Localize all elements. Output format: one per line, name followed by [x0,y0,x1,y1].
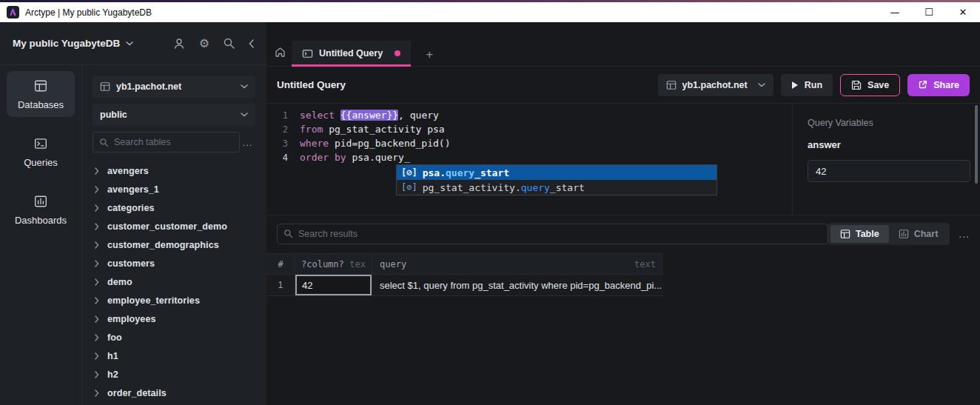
chevron-right-icon [95,278,99,286]
tables-more-button[interactable]: ... [240,137,255,148]
table-list-item[interactable]: customers [93,254,255,272]
row-index[interactable]: 1 [266,275,295,295]
home-icon [275,47,286,61]
user-icon[interactable] [172,37,186,50]
workspace-name[interactable]: My public YugabyteDB [13,38,120,49]
view-toggle: Table Chart [828,223,950,245]
databases-icon [34,79,47,93]
chevron-right-icon [95,186,99,193]
autocomplete-popup: [⊘] psa.query_start [⊘] pg_stat_activity… [396,164,717,195]
results-more-button[interactable]: ... [959,228,970,240]
gear-icon[interactable]: ⚙ [199,38,209,50]
search-tables-input[interactable] [114,137,233,147]
line-number: 2 [266,124,288,135]
query-variables-panel: Query Variables answer [792,104,980,215]
chevron-down-icon [241,84,248,89]
line-number: 1 [266,110,288,121]
code-line: 3 where pid=pg_backend_pid() [266,136,792,150]
table-list-item[interactable]: employees [93,309,255,328]
variable-value-input[interactable] [808,160,970,182]
search-icon [99,138,109,147]
database-icon [100,81,110,92]
cell-selected[interactable]: 42 [295,275,372,295]
chevron-down-icon[interactable] [126,41,133,46]
close-button[interactable]: ✕ [946,2,980,22]
table-list-item[interactable]: employee_territories [93,291,255,309]
chevron-down-icon [758,83,765,87]
share-button[interactable]: Share [907,74,970,96]
variable-name: answer [808,139,965,150]
unsaved-dot-icon [395,50,400,56]
table-list-item[interactable]: foo [93,328,255,347]
chevron-right-icon [95,334,99,341]
code-line-active: 4 order by psa.query_ [266,150,792,164]
grid-header-row: # ?column? tex query text [266,253,663,275]
play-icon [791,81,799,90]
scrollbar-thumb[interactable] [975,105,978,184]
table-row: 1 42 select $1, query from pg_stat_activ… [266,275,663,296]
home-tab[interactable] [268,41,292,66]
save-icon [851,80,862,90]
table-list-item[interactable]: h2 [93,365,255,384]
code-line: 1 select {{answer}} , query [266,108,792,122]
minimize-button[interactable]: — [878,2,912,22]
column-header-column1[interactable]: ?column? tex [295,254,372,274]
column-header-index[interactable]: # [266,254,295,274]
table-list-item[interactable]: avengers [93,161,255,180]
column-type: text [634,259,656,270]
collapse-sidebar-icon[interactable] [249,39,254,48]
sql-editor[interactable]: 1 select {{answer}} , query 2 from pg_st… [266,104,792,215]
chevron-right-icon [95,352,99,360]
sidebar: My public YugabyteDB ⚙ [0,22,266,405]
table-list-item[interactable]: customer_demographics [93,235,255,254]
sidebar-item-queries[interactable]: Queries [7,129,75,175]
schema-select[interactable]: public [93,104,255,126]
column-header-query[interactable]: query text [372,254,663,274]
share-icon [918,80,927,90]
table-list-item[interactable]: demo [93,272,255,291]
table-list-item[interactable]: avengers_1 [93,180,255,198]
table-panel: yb1.pachot.net public ... [81,65,266,405]
line-number: 4 [266,153,288,163]
table-list-item[interactable]: categories [93,198,255,217]
chevron-right-icon [95,241,99,249]
chevron-down-icon [241,113,248,117]
field-icon: [⊘] [401,182,417,193]
run-button[interactable]: Run [781,74,833,96]
chart-view-button[interactable]: Chart [889,225,948,243]
tab-untitled-query[interactable]: Untitled Query [292,41,411,66]
results-toolbar: Table Chart ... [266,215,980,252]
query-connection-select[interactable]: yb1.pachot.net [658,74,773,96]
autocomplete-item[interactable]: [⊘] pg_stat_activity.query_start [397,180,716,195]
maximize-button[interactable]: ☐ [912,2,946,22]
search-icon[interactable] [223,37,235,50]
chevron-right-icon [95,167,99,175]
arctype-window: Arctype | My public YugabyteDB — ☐ ✕ My … [0,0,980,405]
window-title: Arctype | My public YugabyteDB [25,7,152,18]
sidebar-item-databases[interactable]: Databases [7,71,75,117]
chevron-right-icon [95,223,99,230]
code-line: 2 from pg_stat_activity psa [266,122,792,136]
cell-query[interactable]: select $1, query from pg_stat_activity w… [372,275,663,295]
autocomplete-item-selected[interactable]: [⊘] psa.query_start [397,165,716,180]
new-tab-button[interactable]: + [426,48,433,61]
tab-label: Untitled Query [319,48,383,58]
sidebar-item-dashboards[interactable]: Dashboards [7,187,75,232]
workspace-header: My public YugabyteDB ⚙ [0,22,266,65]
titlebar: Arctype | My public YugabyteDB — ☐ ✕ [0,0,980,22]
tab-bar: Untitled Query + [266,22,980,67]
chevron-right-icon [95,260,99,267]
line-number: 3 [266,138,288,149]
table-list-item[interactable]: h1 [93,347,255,365]
chevron-right-icon [95,297,99,304]
table-icon [840,229,850,239]
dashboards-icon [34,195,47,208]
connection-select[interactable]: yb1.pachot.net [93,76,255,98]
panel-title: Query Variables [808,118,965,128]
tables-list: avengers avengers_1 categories customer_… [93,161,255,402]
table-view-button[interactable]: Table [830,225,889,243]
save-button[interactable]: Save [840,74,900,96]
table-list-item[interactable]: customer_customer_demo [93,217,255,235]
search-results-input[interactable] [298,229,822,239]
table-list-item[interactable]: order_details [93,384,255,402]
